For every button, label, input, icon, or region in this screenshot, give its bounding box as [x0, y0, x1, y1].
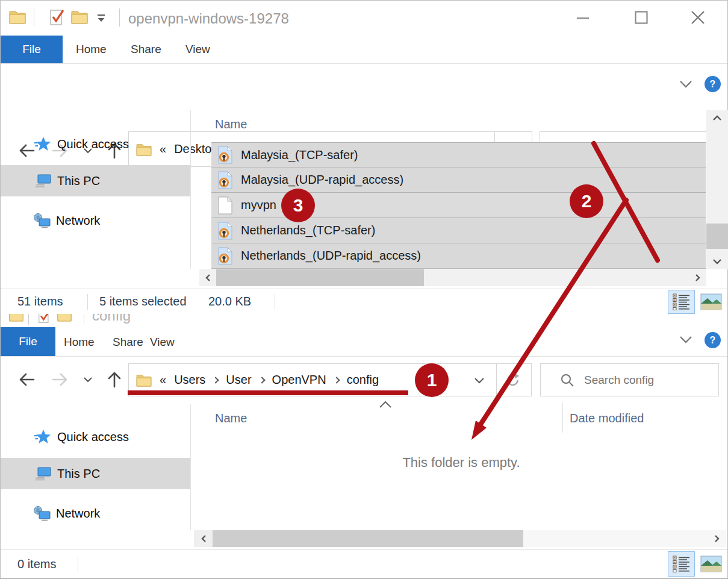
scroll-right-arrow[interactable] — [708, 530, 726, 547]
ovpn-file-icon — [218, 222, 232, 240]
network-icon — [33, 213, 51, 228]
column-header-name[interactable]: Name — [215, 412, 247, 425]
nav-bar: « Desktop openvpn-windows-19278 — [1, 63, 727, 110]
qat-divider — [34, 8, 34, 27]
close-button[interactable] — [689, 9, 706, 26]
minimize-button[interactable] — [576, 16, 590, 20]
folder-icon — [9, 314, 23, 322]
vertical-scrollbar[interactable] — [706, 110, 728, 269]
tab-home[interactable]: Home — [64, 336, 95, 349]
breadcrumb-item[interactable]: OpenVPN — [272, 373, 326, 387]
horizontal-scrollbar[interactable] — [194, 530, 726, 547]
sidebar-item-quick-access[interactable]: Quick access — [1, 424, 190, 450]
quick-access-star-icon — [34, 429, 51, 445]
file-name: myvpn — [241, 198, 276, 212]
qat-divider — [28, 314, 29, 325]
scroll-right-arrow[interactable] — [689, 269, 706, 286]
thumbnail-view-button[interactable] — [699, 555, 723, 573]
maximize-button[interactable] — [634, 10, 649, 25]
search-box[interactable] — [540, 363, 719, 396]
ribbon: File Home Share View ? — [1, 36, 727, 63]
horizontal-scrollbar[interactable] — [199, 269, 706, 286]
new-folder-icon[interactable] — [71, 10, 88, 24]
scroll-up-arrow[interactable] — [706, 110, 728, 126]
item-count: 51 items — [17, 295, 63, 308]
ribbon: File Home Share View ? — [1, 325, 727, 356]
details-view-button[interactable] — [668, 551, 695, 577]
navigation-pane: Quick access This PC Network — [1, 404, 191, 530]
tab-home[interactable]: Home — [76, 43, 107, 56]
text-file-icon — [218, 196, 232, 214]
help-button[interactable]: ? — [705, 332, 721, 348]
titlebar-clipped: config — [1, 314, 727, 325]
selection-count: 5 items selected — [99, 295, 187, 308]
file-row[interactable]: Netherlands_(TCP-safer) — [211, 218, 706, 243]
nav-bar: « Users User OpenVPN config — [1, 356, 727, 404]
column-divider[interactable] — [562, 402, 563, 433]
recent-locations-chevron-icon[interactable] — [83, 377, 93, 383]
details-view-button[interactable] — [668, 290, 695, 314]
address-collapse-chevron-icon — [379, 401, 392, 408]
sidebar-item-quick-access[interactable]: Quick access — [1, 131, 190, 157]
breadcrumb-item[interactable]: Users — [174, 373, 205, 387]
file-row[interactable]: Malaysia_(TCP-safer) — [211, 142, 706, 167]
file-row[interactable]: Netherlands_(UDP-rapid_access) — [211, 243, 706, 269]
scroll-down-arrow[interactable] — [706, 254, 728, 269]
ribbon-collapse-chevron-icon[interactable] — [679, 336, 693, 344]
properties-check-icon — [38, 314, 51, 324]
annotation-step-1-badge: 1 — [415, 363, 449, 397]
forward-button[interactable] — [51, 371, 69, 388]
folder-icon — [136, 374, 152, 387]
navigation-pane: Quick access This PC Network — [1, 110, 191, 269]
tab-view[interactable]: View — [150, 336, 175, 349]
tab-file[interactable]: File — [1, 327, 55, 356]
tab-view[interactable]: View — [185, 43, 210, 56]
address-dropdown-chevron-icon[interactable] — [473, 377, 485, 384]
tab-file[interactable]: File — [1, 36, 63, 63]
back-button[interactable] — [17, 371, 36, 388]
breadcrumb-item[interactable]: config — [347, 373, 379, 387]
sidebar-item-label: Quick access — [57, 430, 129, 444]
titlebar: openvpn-windows-19278 — [1, 1, 727, 36]
up-button[interactable] — [106, 371, 123, 389]
sidebar-item-this-pc[interactable]: This PC — [1, 165, 190, 196]
status-divider — [78, 557, 78, 572]
tab-share[interactable]: Share — [131, 43, 161, 56]
breadcrumb-item[interactable]: User — [226, 373, 251, 387]
sidebar-item-label: Quick access — [57, 137, 129, 151]
window-title: config — [92, 314, 131, 324]
ovpn-file-icon — [218, 146, 232, 164]
column-header-date-modified[interactable]: Date modified — [570, 412, 644, 425]
annotation-step-3-badge: 3 — [281, 189, 315, 222]
empty-folder-message: This folder is empty. — [402, 455, 520, 471]
scrollbar-thumb[interactable] — [216, 269, 424, 286]
thumbnail-view-button[interactable] — [699, 293, 723, 311]
scrollbar-thumb[interactable] — [706, 224, 728, 249]
file-row[interactable]: Malaysia_(UDP-rapid_access) — [211, 167, 706, 193]
tab-share[interactable]: Share — [113, 336, 143, 349]
file-name: Malaysia_(TCP-safer) — [241, 148, 358, 162]
properties-check-icon[interactable] — [49, 7, 65, 27]
this-pc-icon — [34, 466, 51, 481]
status-divider — [87, 294, 88, 310]
this-pc-icon — [34, 174, 51, 188]
scrollbar-thumb[interactable] — [213, 530, 523, 547]
scroll-left-arrow[interactable] — [194, 530, 213, 547]
search-input[interactable] — [584, 374, 705, 387]
folder-icon — [9, 10, 26, 24]
sidebar-item-label: Network — [56, 507, 100, 521]
sidebar-item-this-pc[interactable]: This PC — [1, 458, 190, 489]
sidebar-item-network[interactable]: Network — [1, 500, 190, 527]
sidebar-item-network[interactable]: Network — [1, 207, 190, 234]
status-divider — [275, 294, 275, 310]
thumbnail-view-icon — [700, 556, 722, 572]
qat-customize-dropdown-icon[interactable] — [96, 14, 107, 23]
explorer-window-config: config File Home Share View ? « Users — [0, 314, 728, 579]
status-bar: 0 items — [1, 549, 727, 578]
refresh-button[interactable] — [506, 373, 520, 387]
sidebar-item-label: This PC — [57, 174, 100, 188]
scroll-left-arrow[interactable] — [199, 269, 216, 286]
column-header-name[interactable]: Name — [215, 117, 247, 131]
screenshot-stage: openvpn-windows-19278 File Home Share Vi… — [0, 0, 728, 579]
breadcrumb-prefix[interactable]: « — [160, 373, 166, 387]
